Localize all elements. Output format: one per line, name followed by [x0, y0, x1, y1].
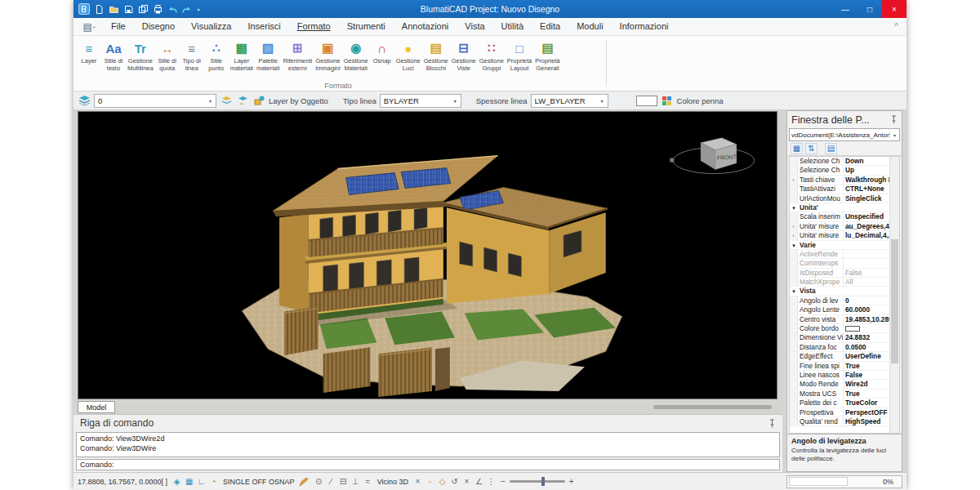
property-row[interactable]: Qualita' rendHighSpeed: [790, 417, 889, 426]
linetype-combo[interactable]: BYLAYER ▾: [380, 94, 461, 108]
slider-thumb[interactable]: [541, 477, 545, 486]
grid-toggle-icon[interactable]: ▦: [184, 476, 194, 487]
application-menu-button[interactable]: ▤ ▾: [78, 19, 100, 35]
pin-icon[interactable]: [890, 115, 898, 124]
set-layer-current-icon[interactable]: [220, 94, 233, 107]
save-icon[interactable]: [121, 2, 136, 16]
property-row[interactable]: ›Tasti chiaveWalkthrough K: [790, 176, 889, 185]
menu-item-strumenti[interactable]: Strumenti: [339, 18, 394, 35]
pin-icon[interactable]: [768, 419, 776, 428]
property-row[interactable]: Scala inserimUnspecified: [790, 212, 889, 221]
osnap-none-icon[interactable]: ×: [412, 476, 423, 487]
chevron-down-icon[interactable]: ▾: [597, 98, 608, 104]
ribbon-button-gestione-luci[interactable]: ●GestioneLuci: [394, 38, 422, 73]
property-row[interactable]: Fine linea spiTrue: [790, 362, 889, 371]
menu-item-informazioni[interactable]: Informazioni: [612, 18, 677, 35]
property-row[interactable]: Dimensione Vi24.8832: [790, 333, 889, 342]
ribbon-button-layer[interactable]: ≡Layer: [77, 38, 101, 73]
osnap-node-icon[interactable]: ◦: [425, 476, 435, 487]
property-section[interactable]: ▾Unita': [790, 203, 889, 212]
color-swatch[interactable]: [845, 326, 860, 332]
scrollbar-thumb[interactable]: [891, 239, 898, 363]
menu-item-file[interactable]: File: [103, 18, 134, 35]
vertical-scrollbar[interactable]: [889, 157, 899, 433]
ribbon-button-palette-materiali[interactable]: ▨Palettemateriali: [255, 38, 281, 73]
osnap-angle-icon[interactable]: ∠: [474, 476, 484, 487]
property-row[interactable]: Angolo di lev0: [790, 296, 889, 305]
pen-color-grid-icon[interactable]: [661, 94, 674, 107]
viewport[interactable]: FRONT: [78, 111, 777, 399]
property-row[interactable]: Linee nascosFalse: [790, 371, 889, 380]
ribbon-button-propriet-layout[interactable]: □ProprietàLayout: [506, 38, 533, 73]
osnap-rotate-icon[interactable]: ↺: [449, 476, 460, 487]
menu-item-annotazioni[interactable]: Annotazioni: [394, 18, 457, 35]
ribbon-button-gestione-immagini[interactable]: ▣GestioneImmagini: [314, 38, 341, 73]
ribbon-button-layer-materiali[interactable]: ▦Layermateriali: [229, 38, 255, 73]
tab-model[interactable]: Model: [78, 401, 115, 413]
command-input[interactable]: Comando:: [76, 459, 780, 470]
layer-by-object-icon[interactable]: [252, 94, 265, 107]
redo-icon[interactable]: [180, 2, 194, 16]
maximize-button[interactable]: □: [858, 0, 882, 18]
osnap-extension-icon[interactable]: ⋮: [486, 476, 497, 487]
osnap-status-label[interactable]: SINGLE OFF OSNAP: [223, 478, 295, 486]
chevron-down-icon[interactable]: ▾: [205, 98, 216, 104]
slider-plus-icon[interactable]: +: [569, 477, 574, 486]
property-row[interactable]: MatchXpropeAll: [790, 278, 889, 287]
property-row[interactable]: ComInterops: [790, 259, 889, 268]
property-row[interactable]: Centro vista19.4853,10.289: [790, 315, 889, 324]
minimize-button[interactable]: —: [833, 0, 858, 18]
horizontal-scrollbar[interactable]: [653, 405, 772, 409]
command-history[interactable]: Comando: View3DWire2dComando: View3DWire: [76, 432, 780, 457]
ribbon-button-osnap[interactable]: ∩Osnap: [370, 38, 394, 73]
property-row[interactable]: IsDisposedFalse: [790, 269, 889, 278]
property-section[interactable]: ▾Varie: [790, 241, 889, 250]
close-button[interactable]: ×: [882, 0, 906, 18]
alphabetical-view-icon[interactable]: ⇅: [805, 143, 817, 154]
osnap-line-icon[interactable]: ∕: [326, 476, 336, 487]
ribbon-button-gestione-gruppi[interactable]: ∷GestioneGruppi: [478, 38, 506, 73]
ribbon-button-riferimenti-esterni[interactable]: ⊞Riferimentiesterni: [281, 38, 314, 73]
menu-item-inserisci[interactable]: Inserisci: [239, 18, 288, 35]
slider-minus-icon[interactable]: −: [501, 477, 506, 486]
osnap-center-icon[interactable]: ⊙: [314, 476, 324, 487]
property-pages-icon[interactable]: ▤: [825, 143, 837, 154]
osnap-tangent-icon[interactable]: ≈: [363, 476, 373, 487]
property-row[interactable]: Distanza foc0.0500: [790, 343, 889, 352]
property-row[interactable]: Selezione ChUp: [790, 166, 889, 175]
pen-color-swatch[interactable]: [636, 96, 657, 106]
nearest-3d-label[interactable]: Vicino 3D: [377, 478, 408, 486]
osnap-intersection-icon[interactable]: ×: [461, 476, 472, 487]
ribbon-button-tipo-di-linea[interactable]: ≡Tipo dilinea: [180, 38, 204, 73]
pencil-icon[interactable]: [299, 476, 310, 487]
property-row[interactable]: ProspettivaPerspectOFF: [790, 408, 889, 417]
lineweight-combo[interactable]: LW_BYLAYER ▾: [531, 94, 608, 108]
menu-item-visualizza[interactable]: Visualizza: [183, 18, 239, 35]
menu-item-edita[interactable]: Edita: [532, 18, 568, 35]
property-row[interactable]: Modo RendeWire2d: [790, 380, 889, 389]
menu-item-vista[interactable]: Vista: [457, 18, 492, 35]
ribbon-button-gestione-blocchi[interactable]: ▤GestioneBlocchi: [422, 38, 450, 73]
layer-combo[interactable]: 0 ▾: [94, 94, 216, 108]
toolbar-overflow-caret-icon[interactable]: ▾: [194, 7, 203, 12]
ribbon-button-stile-punto[interactable]: ∴Stilepunto: [204, 38, 229, 73]
ortho-toggle-icon[interactable]: ∟: [196, 476, 207, 487]
osnap-insert-icon[interactable]: ⊟: [338, 476, 349, 487]
property-row[interactable]: ›Unita' misureau_Degrees,4,...: [790, 222, 889, 231]
3d-model-render[interactable]: FRONT: [78, 112, 777, 399]
save-all-icon[interactable]: [136, 2, 150, 16]
ribbon-button-gestione-multilinea[interactable]: TrGestioneMultilinea: [126, 38, 155, 73]
undo-icon[interactable]: [165, 2, 180, 16]
property-row[interactable]: Mostra UCSTrue: [790, 390, 889, 399]
ribbon-collapse-icon[interactable]: ^: [894, 22, 898, 31]
chevron-down-icon[interactable]: ▾: [889, 132, 899, 138]
ribbon-button-stile-di-testo[interactable]: AaStile ditesto: [101, 38, 126, 73]
osnap-quadrant-icon[interactable]: ◇: [437, 476, 448, 487]
ribbon-button-gestione-materiali[interactable]: ◉GestioneMateriali: [342, 38, 370, 73]
open-folder-icon[interactable]: [106, 2, 121, 16]
property-row[interactable]: Selezione ChDown: [790, 157, 889, 166]
property-row[interactable]: ›Unita' misurelu_Decimal,4,...: [790, 231, 889, 240]
property-row[interactable]: TastiAttivaziCTRL+None: [790, 185, 889, 194]
new-file-icon[interactable]: [91, 2, 106, 16]
osnap-perpendicular-icon[interactable]: ⊥: [350, 476, 361, 487]
